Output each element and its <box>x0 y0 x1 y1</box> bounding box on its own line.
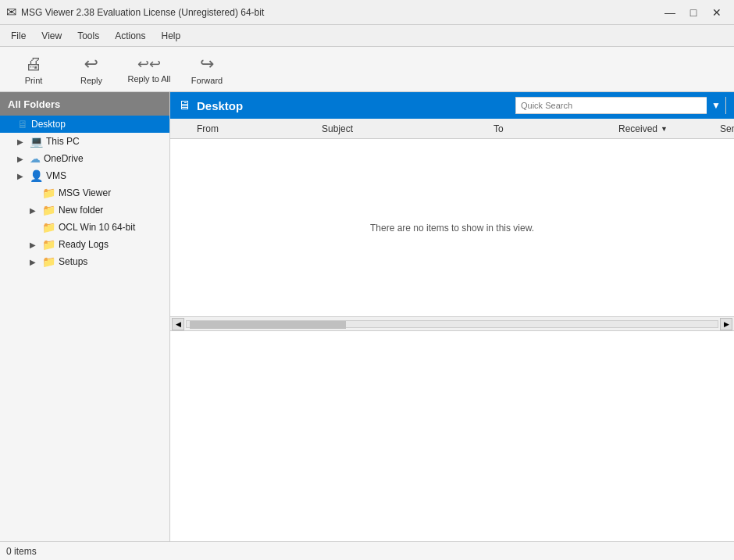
scroll-left-button[interactable]: ◀ <box>172 318 184 330</box>
close-button[interactable]: ✕ <box>706 2 728 23</box>
table-header: From Subject To Received ▼ Sent <box>170 119 734 139</box>
search-input[interactable] <box>516 99 707 112</box>
forward-icon: ↪ <box>200 54 214 74</box>
expand-icon-this-pc: ▶ <box>17 137 30 146</box>
reply-all-button[interactable]: ↩↩ Reply to All <box>122 50 176 89</box>
expand-icon-onedrive: ▶ <box>17 155 30 163</box>
content-header-title: Desktop <box>197 99 515 112</box>
content-header: 🖥 Desktop ▼ <box>170 92 734 119</box>
sidebar-label-desktop: Desktop <box>31 119 66 130</box>
empty-message: There are no items to show in this view. <box>370 223 534 234</box>
preview-pane <box>170 330 734 541</box>
sidebar-item-ready-logs[interactable]: ▶ 📁 Ready Logs <box>0 236 169 253</box>
scroll-track[interactable] <box>186 320 718 328</box>
app-title: MSG Viewer 2.38 Evaluation License (Unre… <box>21 7 264 18</box>
sidebar-label-setups: Setups <box>59 256 87 267</box>
sidebar-item-this-pc[interactable]: ▶ 💻 This PC <box>0 133 169 150</box>
expand-icon-new-folder: ▶ <box>30 206 42 215</box>
forward-label: Forward <box>191 76 223 85</box>
reply-all-icon: ↩↩ <box>137 55 161 73</box>
col-from-header[interactable]: From <box>191 123 315 134</box>
table-body: There are no items to show in this view. <box>170 139 734 316</box>
menu-view[interactable]: View <box>34 27 69 45</box>
toolbar: 🖨 Print ↪ Reply ↩↩ Reply to All ↪ Forwar… <box>0 47 734 92</box>
scroll-right-button[interactable]: ▶ <box>720 318 732 330</box>
expand-icon-ready-logs: ▶ <box>30 241 42 249</box>
sidebar-label-msg-viewer: MSG Viewer <box>59 187 111 198</box>
title-bar: ✉ MSG Viewer 2.38 Evaluation License (Un… <box>0 0 734 25</box>
col-sent-header[interactable]: Sent <box>714 123 734 134</box>
forward-button[interactable]: ↪ Forward <box>180 50 234 89</box>
reply-all-label: Reply to All <box>127 74 170 84</box>
sidebar-item-desktop[interactable]: 🖥 Desktop <box>0 116 169 133</box>
content-area: 🖥 Desktop ▼ From Subject To Received ▼ S… <box>170 92 734 541</box>
menu-tools[interactable]: Tools <box>69 27 107 45</box>
print-icon: 🖨 <box>25 54 42 74</box>
col-subject-header[interactable]: Subject <box>315 123 487 134</box>
sidebar-label-vms: VMS <box>46 170 66 181</box>
menu-bar: File View Tools Actions Help <box>0 25 734 47</box>
sidebar-item-onedrive[interactable]: ▶ ☁ OneDrive <box>0 150 169 167</box>
minimize-button[interactable]: — <box>659 2 681 23</box>
folder-icon-ready-logs: 📁 <box>42 238 55 251</box>
col-to-header[interactable]: To <box>487 123 612 134</box>
sidebar-header: All Folders <box>0 92 169 116</box>
sidebar-label-new-folder: New folder <box>59 205 103 216</box>
folder-icon-new-folder: 📁 <box>42 204 55 216</box>
col-received-header[interactable]: Received ▼ <box>612 123 714 134</box>
folder-icon-setups: 📁 <box>42 255 55 268</box>
cloud-icon: ☁ <box>30 152 41 165</box>
print-button[interactable]: 🖨 Print <box>6 50 61 89</box>
folder-icon-ocl-win: 📁 <box>42 221 55 234</box>
menu-actions[interactable]: Actions <box>107 27 153 45</box>
menu-file[interactable]: File <box>3 27 34 45</box>
title-bar-controls: — □ ✕ <box>659 2 728 23</box>
sidebar-item-msg-viewer[interactable]: 📁 MSG Viewer <box>0 184 169 202</box>
status-text: 0 items <box>6 546 37 557</box>
content-header-icon: 🖥 <box>178 98 191 112</box>
reply-label: Reply <box>80 76 102 85</box>
sidebar-item-ocl-win[interactable]: 📁 OCL Win 10 64-bit <box>0 219 169 236</box>
folder-icon-msg-viewer: 📁 <box>42 187 55 199</box>
search-button[interactable]: ▼ <box>707 97 725 114</box>
sort-arrow-icon: ▼ <box>661 125 668 133</box>
sidebar-item-vms[interactable]: ▶ 👤 VMS <box>0 167 169 184</box>
reply-icon: ↪ <box>84 54 98 74</box>
horizontal-scrollbar: ◀ ▶ <box>170 316 734 330</box>
app-icon: ✉ <box>6 5 16 20</box>
title-bar-left: ✉ MSG Viewer 2.38 Evaluation License (Un… <box>6 5 264 20</box>
search-box: ▼ <box>515 97 726 114</box>
main-area: All Folders 🖥 Desktop ▶ 💻 This PC ▶ ☁ On… <box>0 92 734 541</box>
pc-icon: 💻 <box>30 135 43 148</box>
sidebar-item-setups[interactable]: ▶ 📁 Setups <box>0 253 169 270</box>
menu-help[interactable]: Help <box>154 27 189 45</box>
scroll-thumb[interactable] <box>190 321 346 329</box>
sidebar-label-onedrive: OneDrive <box>44 153 84 164</box>
expand-icon-setups: ▶ <box>30 258 42 266</box>
user-icon: 👤 <box>30 169 43 182</box>
print-label: Print <box>25 76 43 85</box>
sidebar-label-this-pc: This PC <box>46 136 80 147</box>
sidebar: All Folders 🖥 Desktop ▶ 💻 This PC ▶ ☁ On… <box>0 92 170 541</box>
status-bar: 0 items <box>0 541 734 560</box>
reply-button[interactable]: ↪ Reply <box>64 50 119 89</box>
maximize-button[interactable]: □ <box>682 2 704 23</box>
expand-icon-vms: ▶ <box>17 172 30 180</box>
desktop-icon: 🖥 <box>17 118 28 130</box>
sidebar-item-new-folder[interactable]: ▶ 📁 New folder <box>0 202 169 219</box>
sidebar-label-ocl-win: OCL Win 10 64-bit <box>59 222 135 233</box>
sidebar-label-ready-logs: Ready Logs <box>59 239 109 250</box>
